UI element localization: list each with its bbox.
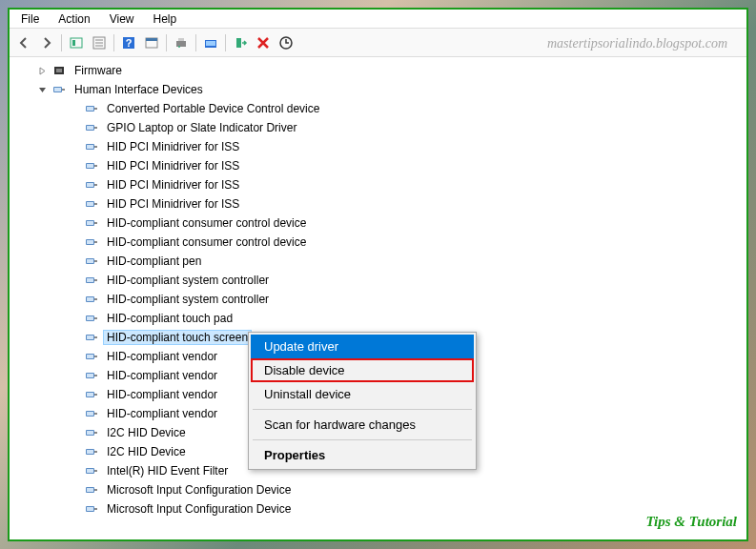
menu-file[interactable]: File [11,10,49,28]
svg-rect-30 [94,146,97,148]
context-menu-separator [253,409,472,410]
tree-node-label: HID PCI Minidriver for ISS [103,139,243,154]
svg-rect-45 [94,241,97,243]
tree-node-label: HID PCI Minidriver for ISS [103,158,243,173]
tree-node-label: HID-compliant system controller [103,292,273,307]
tree-node[interactable]: HID-compliant consumer control device [10,214,746,233]
hid-icon [84,482,99,498]
svg-rect-35 [87,183,93,187]
tree-node-label: HID-compliant consumer control device [103,234,310,250]
svg-rect-84 [94,489,97,491]
hid-icon [84,292,99,307]
svg-rect-9 [146,38,157,41]
menu-view[interactable]: View [100,10,144,28]
tree-node[interactable]: Converted Portable Device Control device [10,99,746,118]
tree-node[interactable]: HID-compliant consumer control device [10,233,746,252]
svg-rect-18 [56,69,62,72]
uninstall-device-button[interactable] [253,32,274,53]
toolbar-separator [61,34,62,51]
svg-rect-23 [87,107,93,111]
svg-rect-20 [54,88,61,92]
tree-node-label: Microsoft Input Configuration Device [103,482,295,498]
svg-text:?: ? [126,37,133,49]
svg-rect-60 [94,336,97,338]
tree-node[interactable]: Firmware [10,61,746,80]
context-menu-item[interactable]: Properties [251,443,474,467]
svg-rect-29 [87,145,93,149]
hid-icon [84,273,99,288]
svg-rect-14 [206,41,215,46]
properties-button[interactable] [141,32,162,53]
tree-node[interactable]: Human Interface Devices [10,80,746,99]
forward-button[interactable] [36,32,57,53]
context-menu-item[interactable]: Uninstall device [251,382,474,406]
svg-rect-48 [94,260,97,262]
hid-icon [84,254,99,269]
properties-sheet-button[interactable] [89,32,110,53]
hid-category-icon [51,82,67,97]
svg-rect-66 [94,375,97,376]
tree-node-label: HID-compliant vendor [103,349,221,364]
context-menu-item[interactable]: Update driver [251,335,474,358]
tree-node[interactable]: HID PCI Minidriver for ISS [10,175,746,194]
print-button[interactable] [171,32,192,53]
expand-icon[interactable] [38,67,51,75]
tree-node[interactable]: HID-compliant system controller [10,290,746,309]
svg-rect-47 [87,259,93,263]
show-hide-tree-button[interactable] [66,32,87,53]
tree-node-label: Microsoft Input Configuration Device [103,501,295,517]
tree-node-label: Firmware [71,63,126,78]
svg-rect-11 [178,38,184,41]
tree-node-label: Human Interface Devices [71,82,207,97]
hid-icon [84,501,99,517]
tree-node[interactable]: HID PCI Minidriver for ISS [10,194,746,214]
collapse-icon[interactable] [38,86,51,94]
menu-help[interactable]: Help [144,10,187,28]
hid-icon [84,234,99,250]
tree-node[interactable]: HID-compliant touch pad [10,309,746,328]
firmware-icon [51,63,67,78]
tree-node[interactable]: Microsoft Input Configuration Device [10,480,746,499]
tree-node-label: HID-compliant vendor [103,387,221,402]
tree-node[interactable]: Microsoft Input Configuration Device [10,499,746,518]
tree-node-label: HID PCI Minidriver for ISS [103,196,243,212]
tree-node[interactable]: HID PCI Minidriver for ISS [10,137,746,156]
svg-rect-0 [71,38,82,48]
svg-rect-74 [87,431,93,435]
svg-rect-42 [94,222,97,224]
enable-device-button[interactable] [230,32,251,53]
svg-point-12 [178,46,180,48]
svg-rect-51 [94,279,97,281]
tree-node-label: GPIO Laptop or Slate Indicator Driver [103,120,300,135]
context-menu-item[interactable]: Scan for hardware changes [251,413,474,437]
svg-rect-59 [87,336,93,339]
context-menu: Update driverDisable deviceUninstall dev… [248,332,477,470]
tree-node-label: HID-compliant system controller [103,273,273,288]
svg-rect-56 [87,316,93,320]
svg-rect-54 [94,298,97,300]
tree-node[interactable]: HID PCI Minidriver for ISS [10,156,746,175]
svg-rect-63 [94,356,97,357]
svg-rect-71 [87,412,93,416]
update-driver-button[interactable] [200,32,221,53]
svg-rect-41 [87,221,93,225]
scan-hardware-button[interactable] [276,32,296,53]
menu-action[interactable]: Action [49,10,99,28]
hid-icon [84,330,99,345]
svg-rect-78 [94,451,97,453]
svg-rect-53 [87,297,93,301]
tree-node-label: HID-compliant touch pad [103,311,236,326]
svg-rect-83 [87,488,93,492]
svg-rect-26 [87,126,93,130]
context-menu-item[interactable]: Disable device [251,358,474,382]
hid-icon [84,444,99,459]
tree-node[interactable]: HID-compliant pen [10,252,746,271]
context-menu-separator [253,439,472,440]
tree-node[interactable]: GPIO Laptop or Slate Indicator Driver [10,118,746,137]
svg-rect-15 [236,38,241,48]
back-button[interactable] [13,32,34,53]
help-button[interactable]: ? [118,32,139,53]
svg-rect-81 [94,470,97,472]
svg-rect-38 [87,202,93,206]
tree-node[interactable]: HID-compliant system controller [10,271,746,290]
